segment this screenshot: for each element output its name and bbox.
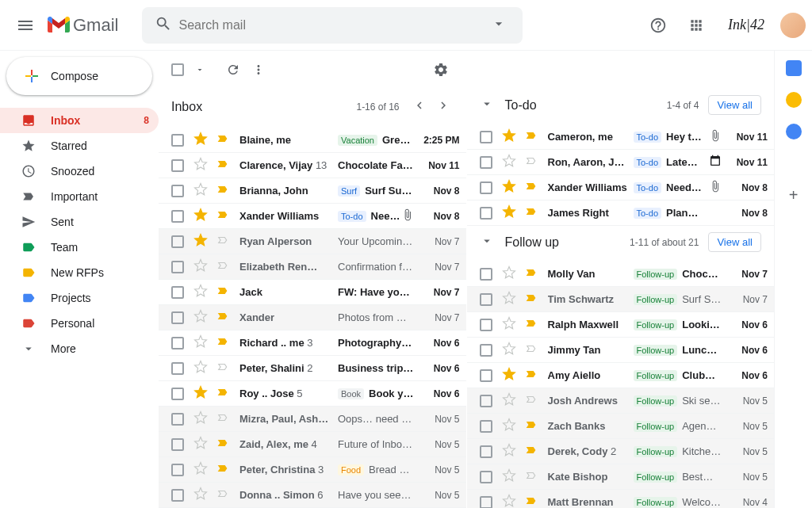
star-button[interactable] [193,182,209,199]
sidebar-item-starred[interactable]: Starred [0,133,159,159]
email-checkbox[interactable] [480,131,492,143]
star-button[interactable] [193,334,209,351]
email-row[interactable]: Molly Van Follow-upChoco… Nov 7 [467,262,775,287]
important-marker[interactable] [217,184,230,197]
email-checkbox[interactable] [171,159,184,172]
email-checkbox[interactable] [171,362,184,375]
important-marker[interactable] [217,387,230,400]
sidebar-item-personal[interactable]: Personal [0,311,159,336]
important-marker[interactable] [526,206,538,220]
star-button[interactable] [193,436,209,453]
email-row[interactable]: Kate Bishop Follow-upBest… Nov 5 [467,464,775,490]
important-marker[interactable] [217,260,230,273]
star-button[interactable] [193,360,209,376]
email-row[interactable]: Matt Brennan Follow-upWelco… Nov 4 [467,490,775,508]
important-marker[interactable] [526,292,538,306]
star-button[interactable] [193,284,209,300]
email-checkbox[interactable] [480,471,492,483]
sidebar-item-inbox[interactable]: Inbox 8 [0,108,159,133]
email-checkbox[interactable] [171,413,184,426]
important-marker[interactable] [526,181,538,194]
email-row[interactable]: Elizabeth Ren… Confirmation for… Nov 7 [159,254,466,280]
email-checkbox[interactable] [171,261,184,273]
tasks-addon[interactable] [786,124,802,139]
important-marker[interactable] [526,267,538,281]
apps-button[interactable] [680,10,712,41]
email-row[interactable]: Xander Photos from my r… Nov 7 [159,305,466,330]
sidebar-item-new-rfps[interactable]: New RFPs [0,260,159,285]
star-button[interactable] [502,443,518,460]
settings-button[interactable] [428,57,454,82]
select-all-checkbox[interactable] [171,63,184,76]
email-row[interactable]: James Right To-doPlan… Nov 8 [467,201,775,226]
important-marker[interactable] [217,311,230,324]
important-marker[interactable] [526,394,538,407]
email-checkbox[interactable] [480,293,492,306]
star-button[interactable] [502,154,518,170]
star-button[interactable] [193,487,209,503]
email-row[interactable]: Xander Williams To-doNeed… Nov 8 [159,204,466,229]
star-button[interactable] [193,157,209,174]
support-button[interactable] [642,10,674,41]
email-checkbox[interactable] [480,344,492,357]
star-button[interactable] [502,468,518,485]
email-checkbox[interactable] [171,210,184,223]
star-button[interactable] [502,418,518,434]
email-checkbox[interactable] [171,185,184,197]
important-marker[interactable] [217,361,230,375]
search-input[interactable] [178,18,481,32]
email-checkbox[interactable] [480,207,492,220]
star-button[interactable] [502,494,518,508]
email-row[interactable]: Ryan Alperson Your Upcoming R… Nov 7 [159,229,466,254]
star-button[interactable] [193,411,209,427]
select-all[interactable] [171,63,205,76]
email-checkbox[interactable] [171,134,184,147]
email-row[interactable]: Brianna, John SurfSurf Sunda… Nov 8 [159,178,466,204]
email-row[interactable]: Jimmy Tan Follow-upLunch… Nov 6 [467,338,775,363]
email-checkbox[interactable] [480,181,492,194]
email-row[interactable]: Zach Banks Follow-upAgend… Nov 5 [467,414,775,439]
email-checkbox[interactable] [171,464,184,476]
star-button[interactable] [193,132,209,148]
keep-addon[interactable] [786,92,802,108]
important-marker[interactable] [526,369,538,382]
star-button[interactable] [502,179,518,196]
important-marker[interactable] [526,495,538,508]
next-page-button[interactable] [433,95,454,118]
sidebar-item-projects[interactable]: Projects [0,285,159,311]
more-button[interactable] [246,57,271,82]
calendar-addon[interactable] [786,60,802,76]
email-checkbox[interactable] [480,496,492,509]
sidebar-item-snoozed[interactable]: Snoozed [0,159,159,184]
email-checkbox[interactable] [480,395,492,407]
email-checkbox[interactable] [171,235,184,248]
email-row[interactable]: Amy Aiello Follow-upClub… Nov 6 [467,363,775,388]
email-row[interactable]: Ralph Maxwell Follow-upLooki… Nov 6 [467,312,775,338]
important-marker[interactable] [526,343,538,357]
star-button[interactable] [193,385,209,402]
email-checkbox[interactable] [171,388,184,400]
star-button[interactable] [502,291,518,307]
star-button[interactable] [193,208,209,224]
star-button[interactable] [193,258,209,275]
email-row[interactable]: Tim Schwartz Follow-upSurf S… Nov 7 [467,287,775,312]
email-checkbox[interactable] [480,156,492,169]
important-marker[interactable] [217,488,230,502]
sidebar-item-sent[interactable]: Sent [0,209,159,235]
email-checkbox[interactable] [171,489,184,502]
email-row[interactable]: Blaine, me VacationGreece… 2:25 PM [159,128,466,153]
important-marker[interactable] [526,419,538,433]
sidebar-item-team[interactable]: Team [0,235,159,260]
email-row[interactable]: Jack FW: Have you ev… Nov 7 [159,280,466,305]
star-button[interactable] [502,128,518,145]
important-marker[interactable] [217,412,230,426]
email-checkbox[interactable] [480,420,492,433]
important-marker[interactable] [526,130,538,143]
important-marker[interactable] [217,463,230,476]
important-marker[interactable] [526,470,538,483]
important-marker[interactable] [217,235,230,248]
email-row[interactable]: Peter, Christina 3 FoodBread and… Nov 5 [159,457,466,483]
email-checkbox[interactable] [171,286,184,299]
compose-button[interactable]: Compose [6,57,152,95]
email-checkbox[interactable] [171,438,184,451]
